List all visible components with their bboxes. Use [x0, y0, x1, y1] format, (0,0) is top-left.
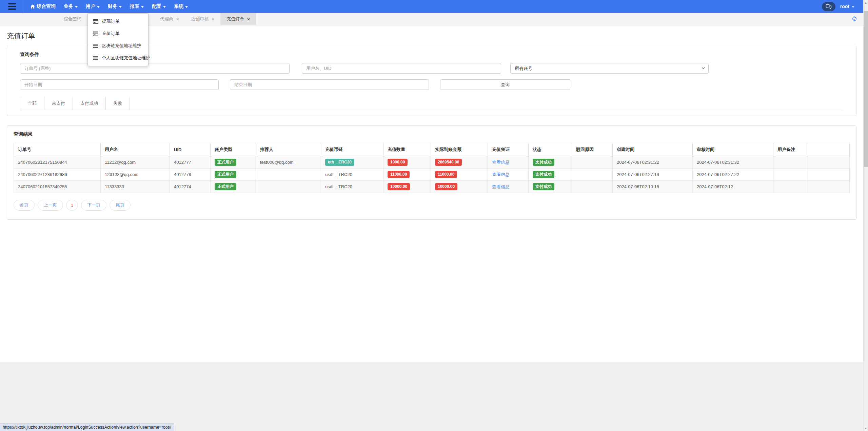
cell-uid: 4012774	[170, 181, 211, 193]
start-date-input[interactable]	[20, 79, 219, 90]
pagination-next-button[interactable]: 下一页	[81, 200, 106, 211]
status-tab-all[interactable]: 全部	[20, 97, 44, 110]
menu-item-blockchain-address[interactable]: 区块链充值地址维护	[88, 40, 148, 52]
col-username: 用户名	[101, 143, 170, 156]
status-tab-failed[interactable]: 失败	[105, 97, 130, 110]
close-icon[interactable]: ×	[176, 17, 179, 21]
username-uid-input[interactable]	[302, 63, 501, 74]
cell-account-type: 正式用户	[211, 156, 256, 169]
cell-amount: 1000.00	[383, 156, 431, 169]
refresh-icon[interactable]	[852, 16, 857, 21]
menu-item-label: 个人区块链充值地址维护	[102, 55, 150, 61]
cell-account-type: 正式用户	[211, 169, 256, 181]
pagination-current-page[interactable]: 1	[66, 200, 78, 211]
cell-user-remark	[773, 169, 807, 181]
menu-item-withdraw-orders[interactable]: 提现订单	[88, 15, 148, 27]
menu-item-label: 提现订单	[102, 18, 120, 24]
col-created-time: 创建时间	[613, 143, 693, 156]
query-button[interactable]: 查询	[440, 79, 570, 90]
cell-username: 123123@qq.com	[101, 169, 170, 181]
col-account-type: 账户类型	[211, 143, 256, 156]
col-audit-time: 审核时间	[693, 143, 773, 156]
close-icon[interactable]: ×	[212, 17, 215, 21]
list-icon	[93, 56, 98, 60]
col-user-remark: 用户备注	[773, 143, 807, 156]
nav-item-finance[interactable]: 财务	[104, 0, 126, 13]
nav-item-label: 报表	[130, 3, 139, 9]
nav-item-config[interactable]: 配置	[148, 0, 170, 13]
close-icon[interactable]: ×	[247, 17, 250, 21]
nav-item-reports[interactable]: 报表	[126, 0, 148, 13]
chat-button[interactable]	[822, 2, 835, 11]
vertical-scrollbar[interactable]: ▲ ▼	[863, 0, 868, 431]
cell-voucher: 查看信息	[488, 169, 529, 181]
tab-shop-review[interactable]: 店铺审核 ×	[185, 13, 221, 25]
scroll-up-icon[interactable]: ▲	[864, 0, 868, 5]
account-select[interactable]: 所有账号	[510, 63, 709, 74]
actual-amount-badge: 11000.00	[435, 171, 457, 178]
cell-extra	[807, 156, 850, 169]
amount-badge: 10000.00	[388, 183, 410, 190]
nav-item-business[interactable]: 业务	[60, 0, 82, 13]
tab-agents[interactable]: 代理商 ×	[154, 13, 185, 25]
cell-account-type: 正式用户	[211, 181, 256, 193]
cell-status: 支付成功	[529, 169, 572, 181]
nav-item-users[interactable]: 用户	[82, 0, 104, 13]
menu-item-personal-blockchain-address[interactable]: 个人区块链充值地址维护	[88, 52, 148, 64]
menu-item-recharge-orders[interactable]: 充值订单	[88, 27, 148, 40]
results-table: 订单号 用户名 UID 账户类型 推荐人 充值币链 充值数量 实际到账金额 充值…	[14, 143, 850, 193]
cell-username: 11333333	[101, 181, 170, 193]
cell-chain: eth _ ERC20	[321, 156, 383, 169]
cell-reject-reason	[572, 181, 613, 193]
cell-audit-time: 2024-07-06T02:12	[693, 181, 773, 193]
col-chain: 充值币链	[321, 143, 383, 156]
table-row: 24070602271286192986 123123@qq.com 40127…	[14, 169, 850, 181]
cell-referrer	[256, 169, 321, 181]
tab-label: 店铺审核	[191, 16, 209, 22]
cell-actual-amount: 11000.00	[431, 169, 488, 181]
col-order-no: 订单号	[14, 143, 101, 156]
pagination-first-button[interactable]: 首页	[14, 200, 35, 211]
hamburger-menu-icon[interactable]	[6, 2, 18, 11]
col-reject-reason: 驳回原因	[572, 143, 613, 156]
view-info-link[interactable]: 查看信息	[492, 160, 510, 165]
nav-item-overview[interactable]: 综合查询	[26, 0, 60, 13]
nav-item-label: 配置	[152, 3, 161, 9]
col-uid: UID	[170, 143, 211, 156]
browser-status-url: https://tiktok.jiuzhouw.top/admin/normal…	[0, 424, 174, 431]
caret-down-icon	[185, 6, 188, 8]
scroll-down-icon[interactable]: ▼	[864, 426, 868, 431]
cell-audit-time: 2024-07-06T02:31:32	[693, 156, 773, 169]
menu-item-label: 区块链充值地址维护	[102, 43, 141, 49]
view-info-link[interactable]: 查看信息	[492, 172, 510, 177]
pagination-prev-button[interactable]: 上一页	[38, 200, 63, 211]
scrollbar-thumb[interactable]	[864, 11, 868, 167]
caret-down-icon	[75, 6, 78, 8]
status-tab-paid[interactable]: 支付成功	[73, 97, 105, 110]
nav-item-label: 用户	[86, 3, 95, 9]
credit-card-icon	[93, 32, 98, 36]
order-number-input[interactable]	[20, 63, 290, 74]
account-select-wrap: 所有账号	[510, 63, 709, 74]
cell-voucher: 查看信息	[488, 156, 529, 169]
pagination-last-button[interactable]: 尾页	[110, 200, 131, 211]
cell-actual-amount: 2869540.00	[431, 156, 488, 169]
user-menu[interactable]: root	[840, 4, 854, 9]
tab-overview[interactable]: 综合查询	[58, 13, 87, 25]
status-tab-unpaid[interactable]: 未支付	[44, 97, 73, 110]
nav-item-label: 业务	[64, 3, 73, 9]
end-date-input[interactable]	[230, 79, 429, 90]
status-filter-tabs: 全部 未支付 支付成功 失败	[20, 97, 843, 110]
tab-recharge-orders[interactable]: 充值订单 ×	[220, 13, 256, 25]
cell-extra	[807, 169, 850, 181]
cell-actual-amount: 10000.00	[431, 181, 488, 193]
tab-label: 充值订单	[226, 16, 244, 22]
cell-status: 支付成功	[529, 156, 572, 169]
col-extra	[807, 143, 850, 156]
cell-reject-reason	[572, 169, 613, 181]
tab-label: 代理商	[160, 16, 173, 22]
caret-down-icon	[97, 6, 100, 8]
view-info-link[interactable]: 查看信息	[492, 184, 510, 189]
nav-item-system[interactable]: 系统	[170, 0, 192, 13]
table-row: 24070602312175150844 11212@qq.com 401277…	[14, 156, 850, 169]
